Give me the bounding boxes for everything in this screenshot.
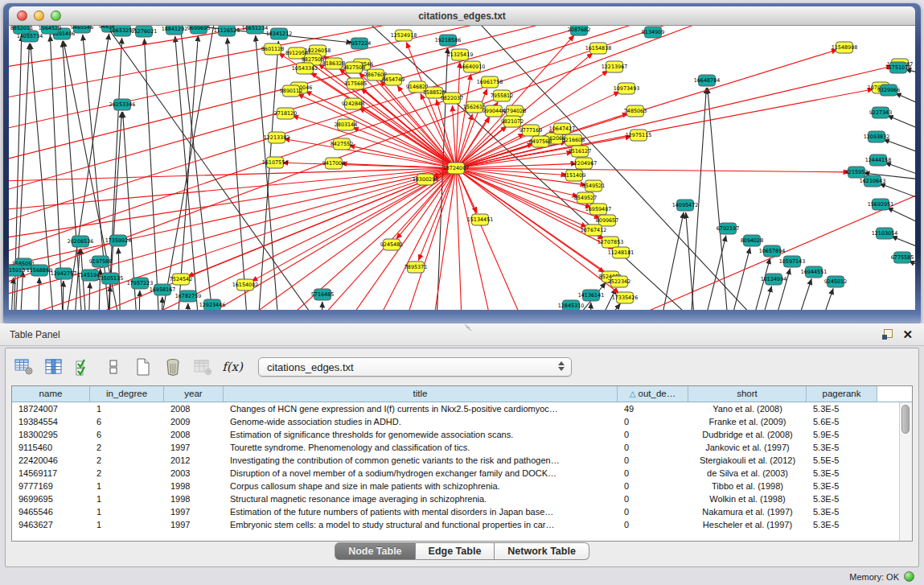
graph-node[interactable]: 9822037 xyxy=(441,93,463,104)
graph-node[interactable]: 7895371 xyxy=(405,262,427,273)
graph-node[interactable]: 18841292 xyxy=(162,26,188,35)
graph-node[interactable]: 8516127 xyxy=(569,146,591,157)
graph-node[interactable]: 16154002 xyxy=(232,279,259,290)
table-selector-dropdown[interactable]: citations_edges.txt xyxy=(258,357,572,377)
graph-node[interactable]: 9465546 xyxy=(71,26,93,33)
graph-node[interactable]: 9417004 xyxy=(322,158,345,169)
graph-node[interactable]: 7524542 xyxy=(170,274,192,285)
graph-node[interactable]: 9990444 xyxy=(483,105,505,117)
graph-node[interactable]: 7957224 xyxy=(348,38,371,49)
graph-node[interactable]: 8601128 xyxy=(261,43,284,55)
graph-node[interactable]: 12975115 xyxy=(626,130,652,141)
graph-node[interactable]: 16944551 xyxy=(801,266,827,278)
graph-node[interactable]: 12444158 xyxy=(865,154,892,166)
graph-node[interactable]: 16640910 xyxy=(459,61,486,72)
graph-node[interactable]: 8427552 xyxy=(331,138,353,150)
graph-node[interactable]: 16958167 xyxy=(150,284,176,295)
close-window-button[interactable] xyxy=(17,10,27,21)
graph-node[interactable]: 2522342 xyxy=(608,276,630,287)
import-table-button[interactable] xyxy=(191,355,215,379)
column-header-name[interactable]: name xyxy=(12,386,90,402)
graph-node[interactable]: 12213382 xyxy=(264,132,290,143)
select-all-button[interactable] xyxy=(72,355,96,379)
graph-node[interactable]: 16959407 xyxy=(585,204,612,215)
column-header-in_degree[interactable]: in_degree xyxy=(90,386,164,402)
graph-node[interactable]: 10651234 xyxy=(242,26,269,34)
network-canvas[interactable]: 1872400718300295860112889129541822605898… xyxy=(9,26,915,310)
column-header-out_de[interactable]: △out_de… xyxy=(618,386,688,402)
column-header-pagerank[interactable]: pagerank xyxy=(807,386,877,402)
graph-node[interactable]: 17335426 xyxy=(612,292,639,303)
graph-node[interactable]: 8134909 xyxy=(642,27,664,38)
graph-node[interactable]: 2718120 xyxy=(274,108,297,119)
float-panel-icon[interactable] xyxy=(882,329,893,340)
graph-node[interactable]: 7955812 xyxy=(491,90,513,101)
table-row[interactable]: 1830029562008Estimation of significance … xyxy=(12,428,912,441)
splitter-handle[interactable] xyxy=(462,326,474,331)
table-row[interactable]: 977716911998Corpus callosum shape and si… xyxy=(12,480,912,492)
graph-node[interactable]: 3216608 xyxy=(562,134,585,146)
graph-node[interactable]: 9827508 xyxy=(343,62,365,73)
graph-node[interactable]: 8454749 xyxy=(382,74,405,85)
graph-node[interactable]: 9777169 xyxy=(519,125,542,136)
graph-node[interactable]: 6497568 xyxy=(529,136,552,147)
graph-node[interactable]: 12845310 xyxy=(558,300,585,310)
new-table-button[interactable] xyxy=(131,355,155,379)
graph-node[interactable]: 9245481 xyxy=(380,239,403,250)
function-builder-button[interactable]: f(x) xyxy=(220,355,244,379)
graph-node[interactable]: 16154838 xyxy=(585,43,612,54)
graph-node[interactable]: 10124994 xyxy=(761,274,787,285)
tab-network-table[interactable]: Network Table xyxy=(495,542,589,560)
column-header-year[interactable]: year xyxy=(164,386,224,402)
graph-node[interactable]: 2803144 xyxy=(335,119,357,130)
graph-node[interactable]: 6792197 xyxy=(717,223,739,234)
graph-node[interactable]: 9890112 xyxy=(280,85,302,97)
graph-node[interactable]: 5716485 xyxy=(311,289,334,300)
graph-node[interactable]: 9227343 xyxy=(869,107,892,118)
graph-node[interactable]: 20206536 xyxy=(68,236,94,247)
graph-node[interactable]: 9197588 xyxy=(89,256,112,267)
rows-button[interactable] xyxy=(101,355,125,379)
column-header-short[interactable]: short xyxy=(688,386,807,402)
scrollbar-thumb[interactable] xyxy=(901,405,910,434)
graph-node[interactable]: 1151409 xyxy=(563,170,585,181)
graph-node[interactable]: 11248181 xyxy=(608,247,634,258)
graph-node[interactable]: 9699695 xyxy=(187,26,210,34)
table-row[interactable]: 2242004622012Investigating the contribut… xyxy=(12,454,912,467)
graph-node[interactable]: 6775585 xyxy=(891,252,914,263)
table-row[interactable]: 946554611997Estimation of the future num… xyxy=(12,505,912,518)
graph-node[interactable]: 2087682 xyxy=(568,26,590,35)
graph-node[interactable]: 16648784 xyxy=(694,75,721,86)
graph-node[interactable]: 19218586 xyxy=(435,35,462,46)
graph-node[interactable]: 7485063 xyxy=(624,105,647,117)
table-row[interactable]: 1456911722003Disruption of a novel membe… xyxy=(12,467,912,480)
delete-table-button[interactable] xyxy=(161,355,185,379)
tab-node-table[interactable]: Node Table xyxy=(335,542,415,560)
graph-node[interactable]: 10597143 xyxy=(779,256,806,267)
graph-node[interactable]: 8549527 xyxy=(574,192,597,204)
minimize-window-button[interactable] xyxy=(34,10,44,21)
graph-node[interactable]: 8549521 xyxy=(582,180,605,192)
table-row[interactable]: 946362711997Embryonic stem cells: a mode… xyxy=(12,518,912,531)
graph-node[interactable]: 12524918 xyxy=(391,30,417,41)
column-header-title[interactable]: title xyxy=(224,386,618,402)
tab-edge-table[interactable]: Edge Table xyxy=(416,542,495,560)
graph-node[interactable]: 11548908 xyxy=(832,42,858,53)
table-scrollbar[interactable] xyxy=(899,402,912,541)
table-row[interactable]: 1872400712008Changes of HCN gene express… xyxy=(12,402,912,415)
graph-node[interactable]: 8852011 xyxy=(10,26,33,34)
graph-node[interactable]: 12204967 xyxy=(571,158,598,169)
graph-node[interactable]: 3175685 xyxy=(344,78,367,89)
graph-node[interactable]: 9821072 xyxy=(501,116,524,127)
graph-node[interactable]: 9242848 xyxy=(342,98,364,109)
table-row[interactable]: 969969511998Structural magnetic resonanc… xyxy=(12,492,912,505)
graph-node[interactable]: 11126525 xyxy=(214,26,240,36)
graph-node[interactable]: 12093832 xyxy=(864,131,890,142)
graph-node[interactable]: 8094028 xyxy=(741,235,763,246)
graph-node[interactable]: 12213967 xyxy=(602,61,628,72)
graph-node[interactable]: 14136141 xyxy=(578,290,605,301)
graph-node[interactable]: 14095472 xyxy=(672,200,699,211)
graph-node[interactable]: 9329966 xyxy=(877,84,900,96)
table-settings-button[interactable] xyxy=(12,355,36,379)
select-columns-button[interactable] xyxy=(42,355,66,379)
